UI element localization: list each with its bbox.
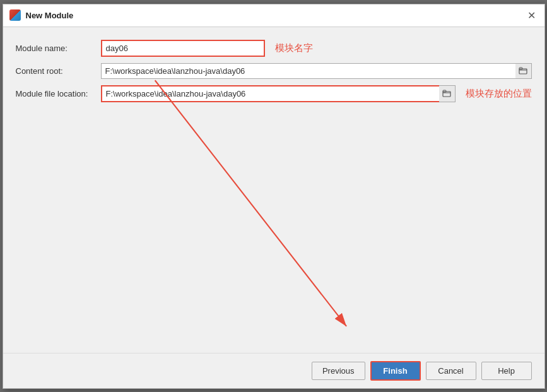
new-module-dialog: New Module ✕ Module name: 模块名字 Content r… bbox=[3, 4, 545, 389]
module-file-annotation: 模块存放的位置 bbox=[466, 88, 532, 100]
content-root-input[interactable] bbox=[101, 63, 532, 79]
module-file-location-input[interactable] bbox=[101, 85, 456, 102]
help-button[interactable]: Help bbox=[481, 362, 532, 380]
close-button[interactable]: ✕ bbox=[526, 9, 538, 21]
finish-button[interactable]: Finish bbox=[370, 361, 421, 381]
svg-line-5 bbox=[155, 80, 346, 326]
module-file-location-input-wrap bbox=[101, 85, 456, 102]
cancel-button[interactable]: Cancel bbox=[426, 362, 476, 380]
module-name-annotation: 模块名字 bbox=[275, 42, 313, 54]
dialog-body: Module name: 模块名字 Content root: bbox=[3, 27, 544, 353]
module-name-input-wrap bbox=[101, 40, 265, 57]
content-root-browse-button[interactable] bbox=[515, 63, 532, 79]
module-name-row: Module name: 模块名字 bbox=[16, 40, 532, 57]
module-name-input[interactable] bbox=[101, 40, 265, 57]
previous-button[interactable]: Previous bbox=[312, 362, 365, 380]
dialog-footer: Previous Finish Cancel Help bbox=[3, 353, 544, 388]
content-root-input-wrap bbox=[101, 63, 532, 79]
dialog-title: New Module bbox=[26, 11, 74, 20]
module-file-location-browse-button[interactable] bbox=[439, 85, 456, 102]
module-name-label: Module name: bbox=[16, 44, 101, 53]
module-file-location-label: Module file location: bbox=[16, 89, 101, 98]
app-icon bbox=[9, 9, 21, 21]
module-file-location-row: Module file location: 模块存放的位置 bbox=[16, 85, 532, 102]
title-bar: New Module ✕ bbox=[3, 4, 544, 27]
content-root-row: Content root: bbox=[16, 63, 532, 79]
content-root-label: Content root: bbox=[16, 66, 101, 76]
title-bar-left: New Module bbox=[9, 9, 74, 21]
